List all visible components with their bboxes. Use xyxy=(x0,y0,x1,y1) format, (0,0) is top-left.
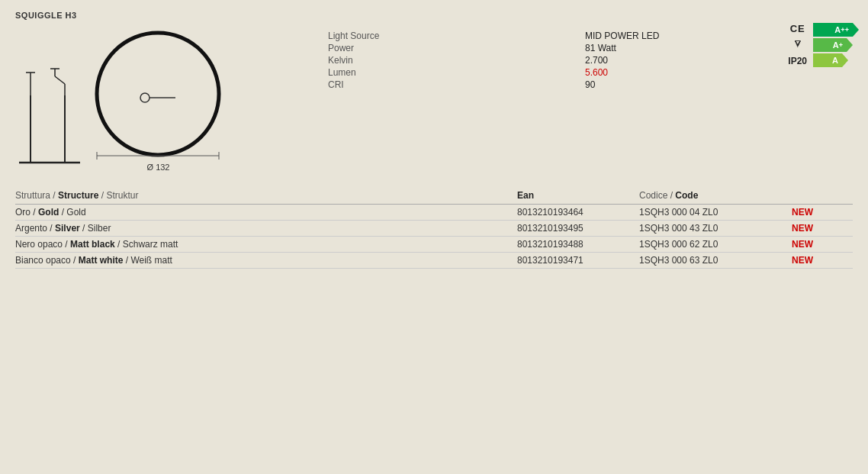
diagram-area: Ø 132 xyxy=(15,27,313,172)
lumen-label: Lumen xyxy=(328,67,573,78)
col-ean-header: Ean xyxy=(517,190,639,201)
col-code-cell: 1SQH3 000 62 ZL0 xyxy=(639,239,792,250)
side-profile-diagram xyxy=(15,50,84,172)
energy-ratings-block: A++ A+ A xyxy=(813,23,853,67)
page: SQUIGGLE H3 xyxy=(0,0,868,474)
table-row: Nero opaco / Matt black / Schwarz matt 8… xyxy=(15,237,853,253)
energy-rating-a-plus-plus: A++ xyxy=(813,23,853,37)
recycle-icon: ⛛ xyxy=(792,37,803,50)
light-source-label: Light Source xyxy=(328,31,573,41)
svg-line-6 xyxy=(55,76,65,84)
col-ean-cell: 8013210193488 xyxy=(517,239,639,250)
power-label: Power xyxy=(328,43,573,53)
col-code-cell: 1SQH3 000 04 ZL0 xyxy=(639,207,792,218)
table-row: Oro / Gold / Gold 8013210193464 1SQH3 00… xyxy=(15,205,853,221)
circle-diagram: Ø 132 xyxy=(92,27,225,172)
specs-table: Light Source MID POWER LED Power 81 Watt… xyxy=(328,31,853,90)
cri-value: 90 xyxy=(585,79,853,90)
col-name-cell: Oro / Gold / Gold xyxy=(15,207,517,218)
ce-certification-block: CE ⛛ IP20 xyxy=(788,23,807,66)
table-body: Oro / Gold / Gold 8013210193464 1SQH3 00… xyxy=(15,205,853,269)
col-ean-cell: 8013210193464 xyxy=(517,207,639,218)
energy-icons-row: CE ⛛ IP20 A++ A+ A xyxy=(788,23,853,67)
table-section: Struttura / Structure / Struktur Ean Cod… xyxy=(15,187,853,269)
col-code-cell: 1SQH3 000 63 ZL0 xyxy=(639,255,792,266)
col-codice-header: Codice / Code xyxy=(639,190,792,201)
lumen-value: 5.600 xyxy=(585,67,853,78)
ip20-label: IP20 xyxy=(788,56,807,66)
ce-label: CE xyxy=(790,23,805,34)
table-row: Bianco opaco / Matt white / Weiß matt 80… xyxy=(15,253,853,269)
product-title: SQUIGGLE H3 xyxy=(15,11,853,20)
table-row: Argento / Silver / Silber 8013210193495 … xyxy=(15,221,853,237)
new-badge: NEW xyxy=(792,223,853,234)
new-badge: NEW xyxy=(792,207,853,218)
top-section: Ø 132 Light Source MID POWER LED Power 8… xyxy=(15,27,853,172)
table-header-row: Struttura / Structure / Struktur Ean Cod… xyxy=(15,187,853,205)
new-badge: NEW xyxy=(792,239,853,250)
new-badge: NEW xyxy=(792,255,853,266)
energy-rating-a: A xyxy=(813,53,842,67)
kelvin-label: Kelvin xyxy=(328,55,573,66)
col-name-cell: Nero opaco / Matt black / Schwarz matt xyxy=(15,239,517,250)
col-ean-cell: 8013210193495 xyxy=(517,223,639,234)
diameter-label: Ø 132 xyxy=(147,163,170,172)
energy-rating-a-plus: A+ xyxy=(813,38,847,52)
col-ean-cell: 8013210193471 xyxy=(517,255,639,266)
cri-label: CRI xyxy=(328,79,573,90)
specs-area: Light Source MID POWER LED Power 81 Watt… xyxy=(328,27,853,90)
col-badge-header xyxy=(792,190,853,201)
svg-point-10 xyxy=(140,93,149,102)
col-struttura-header: Struttura / Structure / Struktur xyxy=(15,190,517,201)
col-code-cell: 1SQH3 000 43 ZL0 xyxy=(639,223,792,234)
col-name-cell: Bianco opaco / Matt white / Weiß matt xyxy=(15,255,517,266)
svg-point-9 xyxy=(97,33,219,155)
energy-area: CE ⛛ IP20 A++ A+ A xyxy=(788,23,853,67)
col-name-cell: Argento / Silver / Silber xyxy=(15,223,517,234)
